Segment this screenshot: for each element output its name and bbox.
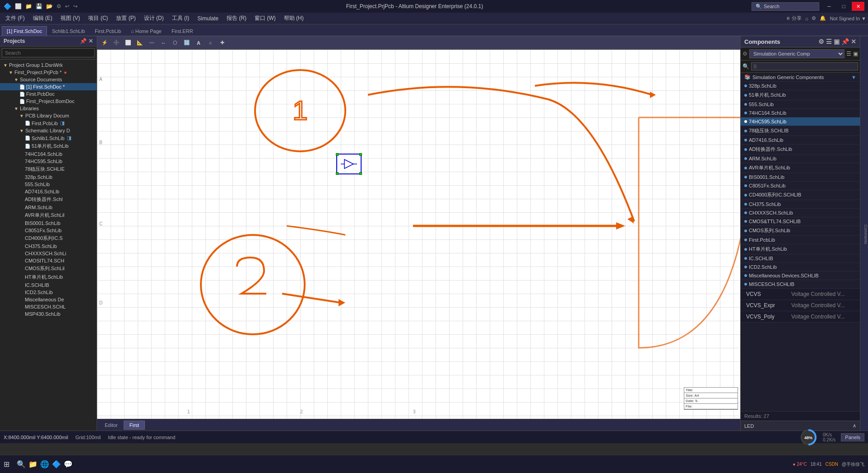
- csdn-link[interactable]: CSDN: [826, 462, 838, 467]
- tree-item-misc[interactable]: Miscellaneous De: [0, 296, 97, 303]
- menu-window[interactable]: 窗口 (W): [251, 14, 279, 23]
- lib-item-misc-devices[interactable]: Miscellaneous Devices.SCHLIB: [741, 272, 860, 280]
- tree-item-ic[interactable]: IC.SCHLIB: [0, 281, 97, 289]
- menu-report[interactable]: 报告 (R): [223, 14, 250, 23]
- taskbar-app2[interactable]: 🌐: [40, 460, 49, 468]
- taskbar-search-icon[interactable]: 🔍: [17, 460, 26, 468]
- lib-item-c8051[interactable]: C8051Fx.SchLib: [741, 182, 860, 190]
- menu-project[interactable]: 项目 (C): [84, 14, 111, 23]
- schematic-component[interactable]: [336, 154, 362, 174]
- tree-item-ad7416[interactable]: AD7416.SchLib: [0, 188, 97, 195]
- tree-item-cd4000[interactable]: CD4000系列IC.S: [0, 234, 97, 243]
- lib-item-ch375[interactable]: CH375.SchLib: [741, 200, 860, 209]
- menu-place[interactable]: 放置 (P): [112, 14, 139, 23]
- lib-item-ht[interactable]: HT单片机.SchLib: [741, 244, 860, 254]
- windows-start-icon[interactable]: ⊞: [4, 460, 9, 468]
- share-button[interactable]: ⊕ 分享: [786, 15, 802, 22]
- user-account[interactable]: Not Signed In ▼: [830, 16, 866, 21]
- lib-item-51[interactable]: 51单片机.SchLib: [741, 90, 860, 100]
- tree-item-78[interactable]: 78稳压块.SCHLIE: [0, 165, 97, 173]
- projects-pin-icon[interactable]: 📌: [80, 38, 87, 44]
- tree-item-328p[interactable]: 328p.SchLib: [0, 173, 97, 181]
- tab-first-schdoc[interactable]: [1] First.SchDoc: [2, 26, 47, 36]
- menu-edit[interactable]: 编辑 (E): [29, 14, 56, 23]
- lib-item-328p[interactable]: 328p.SchLib: [741, 82, 860, 90]
- comp-row-vcvs[interactable]: VCVS Voltage Controlled V...: [741, 289, 860, 300]
- comp-row-vcvs-expr[interactable]: VCVS_Expr Voltage Controlled V...: [741, 300, 860, 311]
- tree-item-schlib1[interactable]: 📄 Schlib1.SchLib ◨: [0, 134, 97, 142]
- lib-item-ad7416[interactable]: AD7416.SchLib: [741, 136, 860, 145]
- lib-item-cmos-series[interactable]: CMOS系列.SchLib: [741, 226, 860, 236]
- lib-item-cd4000[interactable]: CD4000系列IC.SCHLIB: [741, 190, 860, 200]
- component-search-input[interactable]: [751, 62, 858, 70]
- library-dropdown[interactable]: Simulation Generic Comp: [749, 49, 845, 58]
- lib-item-misce[interactable]: MISCESCH.SCHLIB: [741, 280, 860, 289]
- taskbar-app4[interactable]: 💬: [64, 460, 73, 468]
- split-view-icon[interactable]: ▣: [834, 38, 840, 45]
- tab-first[interactable]: First: [124, 421, 145, 430]
- tab-home[interactable]: ⌂ Home Page: [126, 26, 167, 36]
- tree-item-sch-lib-folder[interactable]: ▼ Schematic Library D: [0, 127, 97, 134]
- lib-item-bis0001[interactable]: BIS0001.SchLib: [741, 173, 860, 182]
- tree-item-first-schdoc[interactable]: 📄 [1] First.SchDoc *: [0, 83, 97, 90]
- tree-item-ad-conv[interactable]: AD转换器件.Schl: [0, 195, 97, 204]
- label-tool[interactable]: 🔢: [182, 38, 192, 48]
- panels-button[interactable]: Panels: [841, 433, 864, 441]
- tree-item-ht[interactable]: HT单片机.SchLib: [0, 273, 97, 281]
- tree-item-chxxx[interactable]: CHXXXSCH.SchLi: [0, 250, 97, 257]
- tab-schlib1[interactable]: Schlib1.SchLib: [47, 26, 90, 36]
- tree-item-msp430[interactable]: MSP430.SchLib: [0, 310, 97, 318]
- projects-close-icon[interactable]: ✕: [88, 38, 93, 44]
- lib-item-ic[interactable]: IC.SCHLIB: [741, 254, 860, 263]
- lib-item-cmos-ttl74[interactable]: CMOS&TTL74.SCHLIB: [741, 217, 860, 226]
- connect-tool[interactable]: ↔: [158, 38, 168, 48]
- lib-item-first-pcblib[interactable]: First.PcbLib: [741, 236, 860, 244]
- menu-file[interactable]: 文件 (F): [2, 14, 28, 23]
- view-toggle-icon[interactable]: ☰: [846, 51, 851, 57]
- preview-toggle-icon[interactable]: ▣: [853, 51, 858, 57]
- tree-item-project-group[interactable]: ▼ Project Group 1.DsnWrk: [0, 61, 97, 69]
- lib-item-avr[interactable]: AVR单片机.SchLib: [741, 163, 860, 173]
- tab-first-pcblib[interactable]: First.PcbLib: [90, 26, 126, 36]
- tree-item-ch375[interactable]: CH375.SchLib: [0, 243, 97, 250]
- comp-row-vcvs-poly[interactable]: VCVS_Poly Voltage Controlled V...: [741, 311, 860, 323]
- tree-item-555[interactable]: 555.SchLib: [0, 181, 97, 188]
- tree-item-74hc164[interactable]: 74HC164.SchLib: [0, 150, 97, 158]
- ellipse-tool[interactable]: ○: [205, 38, 215, 48]
- tree-item-arm[interactable]: ARM.SchLib: [0, 204, 97, 211]
- tree-item-icd2[interactable]: ICD2.SchLib: [0, 289, 97, 296]
- lib-item-icd2[interactable]: ICD2.SchLib: [741, 263, 860, 272]
- plus-tool[interactable]: ✚: [217, 38, 227, 48]
- tree-item-cmos-ttl[interactable]: CMOSITL74.SCH: [0, 257, 97, 264]
- text-tool[interactable]: A: [194, 38, 204, 48]
- bus-tool[interactable]: ⬡: [170, 38, 180, 48]
- lib-item-555[interactable]: 555.SchLib: [741, 100, 860, 109]
- schematic-canvas[interactable]: A B C D 1 2 3 Title: Size: A4 Date: 5- F…: [97, 50, 740, 419]
- lib-item-78[interactable]: 78稳压块.SCHLIB: [741, 126, 860, 136]
- tree-item-bis0001[interactable]: BIS0001.SchLib: [0, 220, 97, 227]
- list-view-icon[interactable]: ☰: [826, 38, 832, 45]
- tree-item-avr[interactable]: AVR单片机.SchLil: [0, 211, 97, 220]
- add-tool[interactable]: ➕: [111, 38, 121, 48]
- titlebar-search[interactable]: 🔍 Search: [752, 2, 819, 11]
- tree-item-74hc595[interactable]: 74HC595.SchLib: [0, 158, 97, 165]
- tree-item-source-docs[interactable]: ▼ Source Documents: [0, 76, 97, 83]
- taskbar-app1[interactable]: 📁: [28, 460, 37, 468]
- lib-item-chxxx[interactable]: CHXXXSCH.SchLib: [741, 209, 860, 217]
- minimize-button[interactable]: ─: [823, 2, 836, 11]
- line-tool[interactable]: 〰: [147, 38, 157, 48]
- tree-item-misce[interactable]: MISCESCH.SCHL: [0, 303, 97, 310]
- tree-item-first-project[interactable]: ▼ First_Project.PrjPcb * ●: [0, 69, 97, 76]
- taskbar-app3[interactable]: 🔷: [52, 460, 61, 468]
- menu-help[interactable]: 帮助 (H): [280, 14, 307, 23]
- tree-item-c8051[interactable]: C8051Fx.SchLib: [0, 227, 97, 234]
- tree-item-pcb-lib-folder[interactable]: ▼ PCB Library Docum: [0, 112, 97, 119]
- tree-item-51[interactable]: 📄 51单片机.SchLib: [0, 142, 97, 150]
- menu-tools[interactable]: 工具 (I): [168, 14, 193, 23]
- user-link[interactable]: @手徐徐飞: [842, 461, 864, 468]
- menu-view[interactable]: 视图 (V): [57, 14, 84, 23]
- lib-item-74hc164[interactable]: 74HC164.SchLib: [741, 109, 860, 117]
- settings-icon[interactable]: ⚙: [812, 15, 816, 21]
- rect-tool[interactable]: ⬜: [123, 38, 133, 48]
- maximize-button[interactable]: □: [837, 2, 850, 11]
